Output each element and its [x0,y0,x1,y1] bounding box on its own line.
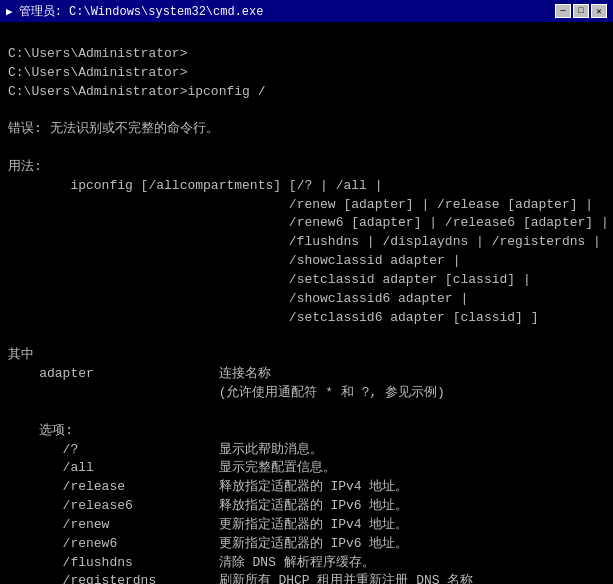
terminal-line: /renew [adapter] | /release [adapter] | [8,196,605,215]
terminal-line: adapter 连接名称 [8,365,605,384]
minimize-button[interactable]: ─ [555,4,571,18]
terminal-line [8,101,605,120]
terminal: C:\Users\Administrator>C:\Users\Administ… [0,22,613,584]
terminal-line: C:\Users\Administrator> [8,45,605,64]
terminal-line: ipconfig [/allcompartments] [/? | /all | [8,177,605,196]
terminal-line: 其中 [8,346,605,365]
terminal-line: /registerdns 刷新所有 DHCP 租用并重新注册 DNS 名称 [8,572,605,584]
terminal-line: /flushdns | /displaydns | /registerdns | [8,233,605,252]
terminal-line: /flushdns 清除 DNS 解析程序缓存。 [8,554,605,573]
terminal-line: /release6 释放指定适配器的 IPv6 地址。 [8,497,605,516]
terminal-line [8,139,605,158]
terminal-line: C:\Users\Administrator> [8,64,605,83]
terminal-line: /renew6 [adapter] | /release6 [adapter] … [8,214,605,233]
terminal-line: /renew 更新指定适配器的 IPv4 地址。 [8,516,605,535]
title-text: 管理员: C:\Windows\system32\cmd.exe [19,3,555,20]
terminal-line: 选项: [8,422,605,441]
terminal-line [8,403,605,422]
terminal-line: /renew6 更新指定适配器的 IPv6 地址。 [8,535,605,554]
terminal-line: /? 显示此帮助消息。 [8,441,605,460]
terminal-line: 错误: 无法识别或不完整的命令行。 [8,120,605,139]
title-icon: ▶ [6,5,13,18]
terminal-line [8,328,605,347]
title-bar: ▶ 管理员: C:\Windows\system32\cmd.exe ─ □ ✕ [0,0,613,22]
terminal-line: /setclassid adapter [classid] | [8,271,605,290]
terminal-line: /showclassid6 adapter | [8,290,605,309]
terminal-line: 用法: [8,158,605,177]
terminal-line: /release 释放指定适配器的 IPv4 地址。 [8,478,605,497]
terminal-line: /all 显示完整配置信息。 [8,459,605,478]
maximize-button[interactable]: □ [573,4,589,18]
close-button[interactable]: ✕ [591,4,607,18]
terminal-line: C:\Users\Administrator>ipconfig / [8,83,605,102]
terminal-line: /showclassid adapter | [8,252,605,271]
terminal-line: /setclassid6 adapter [classid] ] [8,309,605,328]
terminal-line: (允许使用通配符 * 和 ?, 参见示例) [8,384,605,403]
